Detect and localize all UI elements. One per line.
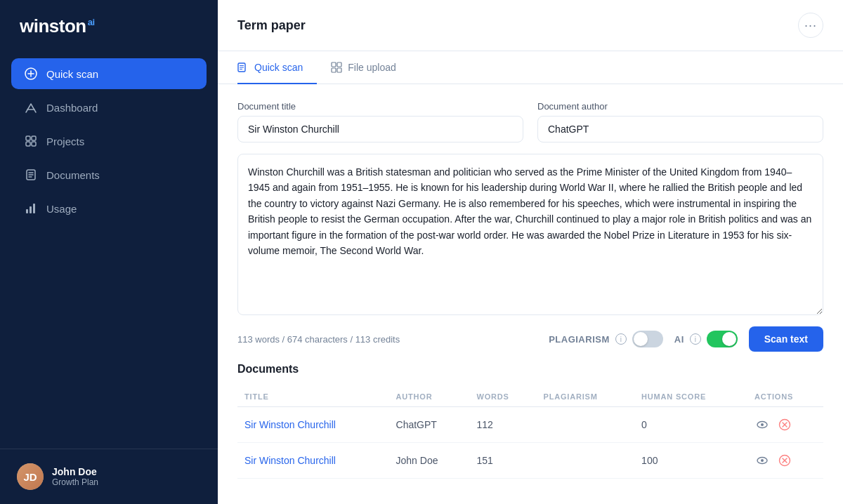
ai-label: AI [674, 334, 684, 345]
cell-author: ChatGPT [389, 407, 470, 443]
view-icon[interactable] [754, 453, 770, 468]
svg-rect-14 [33, 204, 35, 213]
documents-section-title: Documents [237, 363, 823, 376]
svg-rect-20 [337, 62, 341, 67]
delete-icon[interactable] [777, 417, 792, 432]
word-count-label: 113 words / 674 characters / 113 credits [237, 334, 400, 345]
svg-rect-12 [26, 209, 28, 213]
quick-scan-icon [24, 67, 38, 81]
tab-file-upload-label: File upload [348, 62, 396, 73]
sidebar-item-label: Projects [46, 135, 84, 147]
cell-actions [747, 407, 823, 443]
avatar: JD [17, 463, 44, 490]
page-header: Term paper ··· [218, 0, 843, 51]
logo-container: winstonai [0, 0, 218, 53]
sidebar-nav: Quick scan Dashboard Projects [0, 53, 218, 449]
document-author-input[interactable] [537, 116, 823, 142]
view-icon[interactable] [754, 417, 770, 432]
plagiarism-label: PLAGIARISM [549, 334, 610, 345]
ai-toggle[interactable] [707, 331, 738, 347]
quick-scan-tab-icon [237, 62, 249, 73]
cell-title: Sir Winston Churchill [237, 443, 389, 479]
sidebar: winstonai Quick scan Dashboard [0, 0, 218, 504]
page-title: Term paper [237, 18, 306, 33]
document-author-group: Document author [537, 101, 823, 142]
user-info: John Doe Growth Plan [52, 466, 98, 487]
col-author: AUTHOR [389, 387, 470, 407]
svg-rect-7 [32, 142, 36, 146]
logo-sup: ai [88, 17, 95, 27]
delete-icon[interactable] [777, 453, 792, 468]
cell-title: Sir Winston Churchill [237, 407, 389, 443]
col-words: WORDS [469, 387, 536, 407]
sidebar-item-projects[interactable]: Projects [11, 126, 207, 157]
cell-author: John Doe [389, 443, 470, 479]
plagiarism-toggle-thumb [634, 332, 648, 346]
ai-toggle-track[interactable] [707, 331, 738, 347]
user-name: John Doe [52, 466, 98, 477]
file-upload-tab-icon [331, 62, 342, 73]
col-plagiarism: PLAGIARISM [537, 387, 635, 407]
table-row: Sir Winston Churchill ChatGPT 112 0 [237, 407, 823, 443]
tabs-container: Quick scan File upload [218, 51, 843, 84]
sidebar-item-usage[interactable]: Usage [11, 193, 207, 224]
svg-rect-5 [32, 136, 36, 140]
sidebar-item-dashboard[interactable]: Dashboard [11, 92, 207, 123]
cell-words: 112 [469, 407, 536, 443]
sidebar-item-label: Quick scan [46, 68, 98, 80]
logo-main: winston [20, 15, 86, 37]
user-plan: Growth Plan [52, 477, 98, 487]
tab-file-upload[interactable]: File upload [331, 52, 410, 84]
table-header-row: TITLE AUTHOR WORDS PLAGIARISM HUMAN SCOR… [237, 387, 823, 407]
col-title: TITLE [237, 387, 389, 407]
content-area: Document title Document author 113 words… [218, 84, 843, 504]
scan-controls: PLAGIARISM i AI i [549, 326, 823, 352]
plagiarism-toggle-group: PLAGIARISM i [549, 331, 663, 347]
document-author-label: Document author [537, 101, 823, 112]
tab-quick-scan[interactable]: Quick scan [237, 52, 317, 84]
svg-rect-21 [332, 68, 336, 72]
documents-section: Documents TITLE AUTHOR WORDS PLAGIARISM … [237, 363, 823, 479]
sidebar-footer: JD John Doe Growth Plan [0, 449, 218, 504]
sidebar-item-documents[interactable]: Documents [11, 159, 207, 190]
tab-quick-scan-label: Quick scan [254, 62, 303, 73]
cell-human-score: 100 [634, 443, 747, 479]
usage-icon [24, 201, 38, 215]
scan-bar: 113 words / 674 characters / 113 credits… [237, 318, 823, 363]
svg-rect-6 [26, 142, 30, 146]
table-row: Sir Winston Churchill John Doe 151 100 [237, 443, 823, 479]
document-text-area[interactable] [237, 154, 823, 315]
scan-text-button[interactable]: Scan text [749, 326, 823, 352]
svg-rect-22 [337, 68, 341, 72]
sidebar-item-label: Dashboard [46, 102, 98, 114]
plagiarism-info-icon[interactable]: i [615, 333, 627, 345]
document-title-input[interactable] [237, 116, 523, 142]
cell-human-score: 0 [634, 407, 747, 443]
logo-text: winstonai [20, 15, 95, 37]
ai-toggle-group: AI i [674, 331, 738, 347]
plagiarism-toggle-track[interactable] [632, 331, 663, 347]
document-title-label: Document title [237, 101, 523, 112]
col-human-score: HUMAN SCORE [634, 387, 747, 407]
ai-info-icon[interactable]: i [690, 333, 701, 345]
sidebar-item-label: Documents [46, 169, 100, 181]
documents-icon [24, 168, 38, 182]
document-title-group: Document title [237, 101, 523, 142]
main-content: Term paper ··· Quick scan [218, 0, 843, 504]
svg-rect-13 [30, 206, 32, 213]
plagiarism-toggle[interactable] [632, 331, 663, 347]
cell-plagiarism [537, 443, 635, 479]
sidebar-item-quick-scan[interactable]: Quick scan [11, 58, 207, 89]
documents-table: TITLE AUTHOR WORDS PLAGIARISM HUMAN SCOR… [237, 387, 823, 479]
svg-point-29 [761, 459, 764, 462]
form-row-titles: Document title Document author [237, 101, 823, 142]
cell-words: 151 [469, 443, 536, 479]
svg-rect-19 [332, 62, 336, 67]
svg-rect-4 [26, 136, 30, 140]
sidebar-item-label: Usage [46, 203, 77, 215]
svg-point-24 [761, 423, 764, 426]
cell-plagiarism [537, 407, 635, 443]
col-actions: ACTIONS [747, 387, 823, 407]
header-menu-button[interactable]: ··· [798, 13, 823, 38]
ai-toggle-thumb [722, 332, 736, 346]
